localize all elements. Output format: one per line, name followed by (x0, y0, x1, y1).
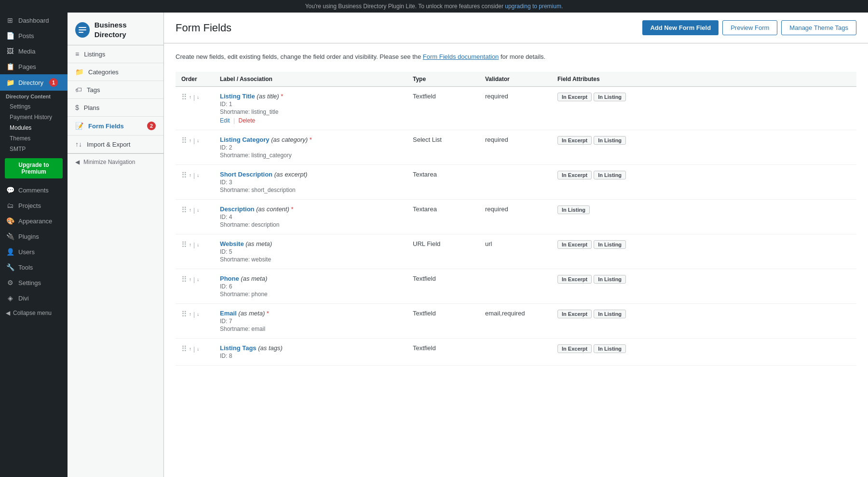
field-label-link[interactable]: Listing Tags (220, 344, 257, 352)
delete-link[interactable]: Delete (238, 117, 255, 124)
field-label-link[interactable]: Short Description (220, 171, 272, 178)
field-attribute-badge[interactable]: In Listing (594, 344, 626, 353)
sidebar-item-tools[interactable]: 🔧 Tools (0, 259, 68, 275)
drag-handle-icon[interactable]: ⠿ (181, 310, 187, 319)
arrow-up-icon[interactable]: ↑ (189, 95, 191, 100)
form-fields-doc-link[interactable]: Form Fields documentation (423, 53, 499, 60)
content-area: Create new fields, edit existing fields,… (164, 43, 868, 375)
arrow-down-icon[interactable]: ↓ (197, 346, 199, 352)
plugin-nav-listings[interactable]: ≡ Listings (68, 45, 163, 63)
arrow-down-icon[interactable]: ↓ (197, 95, 199, 100)
preview-form-button[interactable]: Preview Form (722, 20, 777, 35)
field-attribute-badge[interactable]: In Excerpt (557, 240, 592, 249)
plugin-nav-tags[interactable]: 🏷 Tags (68, 81, 163, 99)
sidebar-item-divi[interactable]: ◈ Divi (0, 290, 68, 306)
field-attribute-badge[interactable]: In Listing (557, 205, 590, 214)
field-label-link[interactable]: Listing Title (220, 93, 255, 100)
arrow-down-icon[interactable]: ↓ (197, 277, 199, 282)
plugin-nav-import-export[interactable]: ↑↓ Import & Export (68, 136, 163, 153)
edit-link[interactable]: Edit (220, 117, 230, 124)
sidebar-item-users[interactable]: 👤 Users (0, 244, 68, 259)
arrow-down-icon[interactable]: ↓ (197, 312, 199, 317)
manage-theme-tags-button[interactable]: Manage Theme Tags (781, 20, 856, 35)
form-fields-nav-icon: 📝 (75, 122, 83, 130)
arrow-up-icon[interactable]: ↑ (189, 242, 191, 247)
field-id: ID: 1 (220, 101, 401, 108)
settings-icon: ⚙ (6, 279, 14, 286)
field-attribute-badge[interactable]: In Excerpt (557, 93, 592, 101)
sidebar-item-comments[interactable]: 💬 Comments (0, 182, 68, 198)
minimize-navigation[interactable]: ◀ Minimize Navigation (68, 153, 163, 170)
drag-handle-icon[interactable]: ⠿ (181, 93, 187, 102)
sidebar-item-dashboard[interactable]: ⊞ Dashboard (0, 13, 68, 28)
field-label-link[interactable]: Website (220, 240, 244, 247)
sidebar-item-appearance[interactable]: 🎨 Appearance (0, 213, 68, 229)
arrow-down-icon[interactable]: ↓ (197, 173, 199, 178)
sidebar-item-settings[interactable]: ⚙ Settings (0, 275, 68, 290)
upgrade-to-premium-button[interactable]: Upgrade to Premium (5, 158, 63, 178)
sidebar-item-pages[interactable]: 📋 Pages (0, 59, 68, 74)
field-attribute-badge[interactable]: In Excerpt (557, 171, 592, 179)
collapse-menu-label: Collapse menu (13, 310, 52, 316)
plugin-nav-form-fields[interactable]: 📝 Form Fields 2 (68, 117, 163, 136)
sidebar-item-projects[interactable]: 🗂 Projects (0, 198, 68, 213)
drag-handle-icon[interactable]: ⠿ (181, 136, 187, 145)
sidebar-subitem-smtp[interactable]: SMTP (0, 144, 68, 154)
order-controls: ⠿ ↑ | ↓ (181, 275, 208, 284)
arrow-up-icon[interactable]: ↑ (189, 207, 191, 213)
arrow-up-icon[interactable]: ↑ (189, 173, 191, 178)
collapse-menu[interactable]: ◀ Collapse menu (0, 306, 68, 320)
sidebar-item-media[interactable]: 🖼 Media (0, 43, 68, 59)
plugin-nav-plans[interactable]: $ Plans (68, 99, 163, 117)
field-label-link[interactable]: Email (220, 310, 237, 317)
arrow-up-icon[interactable]: ↑ (189, 346, 191, 352)
sidebar-subitem-themes[interactable]: Themes (0, 133, 68, 144)
sidebar-item-plugins[interactable]: 🔌 Plugins (0, 229, 68, 244)
order-sep: | (193, 137, 195, 144)
drag-handle-icon[interactable]: ⠿ (181, 205, 187, 215)
drag-handle-icon[interactable]: ⠿ (181, 240, 187, 249)
arrow-up-icon[interactable]: ↑ (189, 138, 191, 143)
field-attribute-badge[interactable]: In Listing (594, 171, 626, 179)
sidebar-subitem-payment-history[interactable]: Payment History (0, 112, 68, 123)
sidebar-item-posts[interactable]: 📄 Posts (0, 28, 68, 43)
field-label-link[interactable]: Phone (220, 275, 239, 282)
field-attribute-badge[interactable]: In Listing (594, 310, 626, 318)
sidebar-subitem-settings[interactable]: Settings (0, 101, 68, 112)
order-sep: | (193, 207, 195, 214)
field-attribute-badge[interactable]: In Listing (594, 93, 626, 101)
cell-validator: url (479, 234, 552, 269)
field-attribute-badge[interactable]: In Listing (594, 136, 626, 145)
drag-handle-icon[interactable]: ⠿ (181, 275, 187, 284)
drag-handle-icon[interactable]: ⠿ (181, 171, 187, 180)
plugin-nav-categories[interactable]: 📁 Categories (68, 63, 163, 81)
arrow-down-icon[interactable]: ↓ (197, 242, 199, 247)
cell-validator: required (479, 87, 552, 130)
form-fields-nav-badge: 2 (147, 122, 156, 130)
field-attribute-badge[interactable]: In Listing (594, 240, 626, 249)
field-attribute-badge[interactable]: In Excerpt (557, 275, 592, 284)
arrow-up-icon[interactable]: ↑ (189, 277, 191, 282)
sidebar-label-directory: Directory (18, 79, 43, 86)
upgrade-link[interactable]: upgrading to premium (505, 3, 561, 10)
field-attribute-badge[interactable]: In Listing (594, 275, 626, 284)
drag-handle-icon[interactable]: ⠿ (181, 344, 187, 354)
field-attribute-badge[interactable]: In Excerpt (557, 344, 592, 353)
arrow-down-icon[interactable]: ↓ (197, 207, 199, 213)
field-shortname: Shortname: website (220, 256, 401, 263)
field-label-link[interactable]: Description (220, 205, 255, 213)
field-as-type: (as meta) (238, 310, 265, 317)
directory-content-label: Directory Content (0, 91, 68, 101)
order-sep: | (193, 242, 195, 248)
field-attribute-badge[interactable]: In Excerpt (557, 310, 592, 318)
sidebar-item-directory[interactable]: 📁 Directory 1 (0, 74, 68, 91)
table-row: ⠿ ↑ | ↓ Short Description (as excerpt) I… (176, 165, 856, 200)
field-attribute-badge[interactable]: In Excerpt (557, 136, 592, 145)
sidebar-subitem-modules[interactable]: Modules (0, 123, 68, 133)
arrow-up-icon[interactable]: ↑ (189, 312, 191, 317)
field-label-link[interactable]: Listing Category (220, 136, 270, 143)
arrow-down-icon[interactable]: ↓ (197, 138, 199, 143)
add-new-form-field-button[interactable]: Add New Form Field (642, 20, 719, 35)
field-id: ID: 6 (220, 283, 401, 290)
table-row: ⠿ ↑ | ↓ Listing Tags (as tags) ID: 8 Tex… (176, 339, 856, 366)
